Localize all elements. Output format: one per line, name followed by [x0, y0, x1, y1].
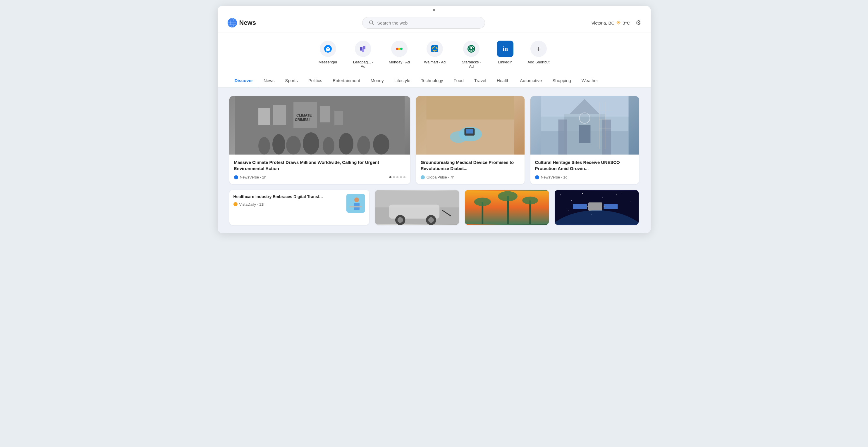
tab-discover[interactable]: Discover — [229, 74, 258, 88]
svg-rect-17 — [434, 50, 435, 52]
svg-point-38 — [286, 136, 301, 154]
svg-point-13 — [398, 47, 401, 50]
svg-point-12 — [396, 47, 399, 50]
browser-window: News Victoria, BC ☀ 3°C ⚙ — [218, 6, 651, 233]
svg-rect-35 — [334, 111, 343, 125]
source-info-healthcare: VistaDaily · 11h — [234, 202, 343, 207]
news-card-healthcare[interactable]: Healthcare Industry Embraces Digital Tra… — [229, 190, 370, 225]
source-dot-healthcare — [234, 202, 238, 206]
shortcuts-section: Messenger Leadpag... · Ad — [218, 32, 651, 74]
news-card-cultural[interactable]: Cultural Heritage Sites Receive UNESCO P… — [530, 96, 639, 184]
svg-rect-64 — [540, 96, 628, 116]
tab-weather[interactable]: Weather — [576, 74, 603, 88]
tab-travel[interactable]: Travel — [469, 74, 492, 88]
source-dot-climate — [234, 175, 238, 179]
news-image-satellite — [555, 190, 639, 225]
weather-icon: ☀ — [616, 20, 621, 26]
svg-point-37 — [272, 134, 285, 154]
news-card-meta-medical: GlobalPulse · 7h — [421, 175, 520, 179]
shortcut-messenger[interactable]: Messenger — [318, 41, 337, 69]
news-card-body-cultural: Cultural Heritage Sites Receive UNESCO P… — [530, 154, 639, 184]
carousel-dot-1 — [390, 176, 392, 178]
search-bar[interactable] — [362, 17, 485, 29]
news-card-satellite[interactable] — [555, 190, 639, 225]
svg-text:CRIMES!: CRIMES! — [295, 118, 310, 122]
tab-shopping[interactable]: Shopping — [547, 74, 576, 88]
news-card-body-climate: Massive Climate Protest Draws Millions W… — [229, 154, 410, 184]
shortcut-linkedin[interactable]: in LinkedIn — [497, 41, 514, 69]
walmart-icon-wrapper — [427, 41, 443, 57]
browser-top-bar — [218, 6, 651, 13]
tab-money[interactable]: Money — [365, 74, 389, 88]
leadpages-icon-wrapper — [355, 41, 371, 57]
linkedin-icon-wrapper: in — [497, 41, 514, 57]
shortcut-leadpages-label: Leadpag... · Ad — [351, 60, 375, 69]
tab-automotive[interactable]: Automotive — [515, 74, 547, 88]
svg-point-26 — [470, 47, 472, 49]
settings-icon[interactable]: ⚙ — [636, 19, 641, 27]
shortcut-leadpages[interactable]: Leadpag... · Ad — [351, 41, 375, 69]
news-card-climate[interactable]: CLIMATE CRIMES! — [229, 96, 410, 184]
tab-news[interactable]: News — [258, 74, 280, 88]
svg-rect-11 — [362, 49, 364, 52]
shortcut-monday[interactable]: Monday · Ad — [389, 41, 410, 69]
svg-point-83 — [522, 197, 538, 205]
svg-point-81 — [498, 191, 518, 201]
carousel-dot-5 — [403, 176, 405, 178]
tab-lifestyle[interactable]: Lifestyle — [389, 74, 416, 88]
camera-dot — [433, 9, 435, 11]
source-name-healthcare: VistaDaily · 11h — [239, 202, 266, 207]
tab-entertainment[interactable]: Entertainment — [328, 74, 365, 88]
svg-rect-94 — [588, 203, 602, 211]
news-image-medical — [416, 96, 525, 154]
shortcut-starbucks[interactable]: Starbucks · Ad — [460, 41, 483, 69]
carousel-dot-4 — [400, 176, 402, 178]
svg-point-39 — [303, 132, 319, 154]
svg-rect-18 — [432, 48, 433, 49]
svg-point-73 — [398, 217, 403, 222]
tab-politics[interactable]: Politics — [303, 74, 328, 88]
logo-text: News — [239, 19, 256, 27]
svg-rect-96 — [604, 204, 618, 209]
search-input[interactable] — [377, 21, 478, 26]
svg-point-85 — [560, 194, 561, 195]
shortcut-monday-label: Monday · Ad — [389, 60, 410, 64]
news-card-ev[interactable] — [375, 190, 459, 225]
tab-sports[interactable]: Sports — [280, 74, 303, 88]
news-card-palms[interactable] — [465, 190, 549, 225]
tab-technology[interactable]: Technology — [416, 74, 448, 88]
source-info-climate: NewsVerse · 2h — [234, 175, 267, 179]
news-image-climate: CLIMATE CRIMES! — [229, 96, 410, 154]
news-card-title-medical: Groundbreaking Medical Device Promises t… — [421, 159, 520, 172]
starbucks-icon-wrapper — [463, 41, 479, 57]
tab-food[interactable]: Food — [448, 74, 469, 88]
svg-rect-68 — [349, 206, 362, 207]
svg-line-7 — [372, 24, 374, 25]
svg-rect-30 — [273, 105, 286, 125]
header-right: Victoria, BC ☀ 3°C ⚙ — [591, 19, 641, 27]
news-card-title-climate: Massive Climate Protest Draws Millions W… — [234, 159, 405, 172]
news-image-palms — [465, 190, 549, 225]
news-image-ev — [375, 190, 459, 225]
linkedin-icon: in — [503, 45, 508, 53]
news-card-medical[interactable]: Groundbreaking Medical Device Promises t… — [416, 96, 525, 184]
tab-health[interactable]: Health — [492, 74, 515, 88]
carousel-dots — [390, 176, 405, 178]
svg-point-14 — [400, 47, 403, 50]
svg-rect-54 — [558, 119, 567, 154]
svg-point-43 — [373, 134, 390, 154]
source-name-climate: NewsVerse · 2h — [240, 175, 267, 179]
shortcut-add[interactable]: + Add Shortcut — [527, 41, 550, 69]
featured-news-grid: CLIMATE CRIMES! — [229, 96, 639, 184]
svg-rect-29 — [258, 108, 270, 125]
news-card-small-title-healthcare: Healthcare Industry Embraces Digital Tra… — [234, 194, 343, 200]
svg-rect-34 — [320, 106, 330, 123]
svg-point-66 — [354, 198, 359, 202]
source-name-cultural: NewsVerse · 1d — [541, 175, 567, 179]
news-card-small-thumb-healthcare — [346, 194, 365, 213]
svg-point-75 — [428, 217, 434, 222]
carousel-dot-2 — [393, 176, 395, 178]
svg-point-87 — [583, 193, 583, 194]
shortcut-walmart[interactable]: Walmart · Ad — [424, 41, 445, 69]
svg-rect-19 — [436, 48, 438, 49]
